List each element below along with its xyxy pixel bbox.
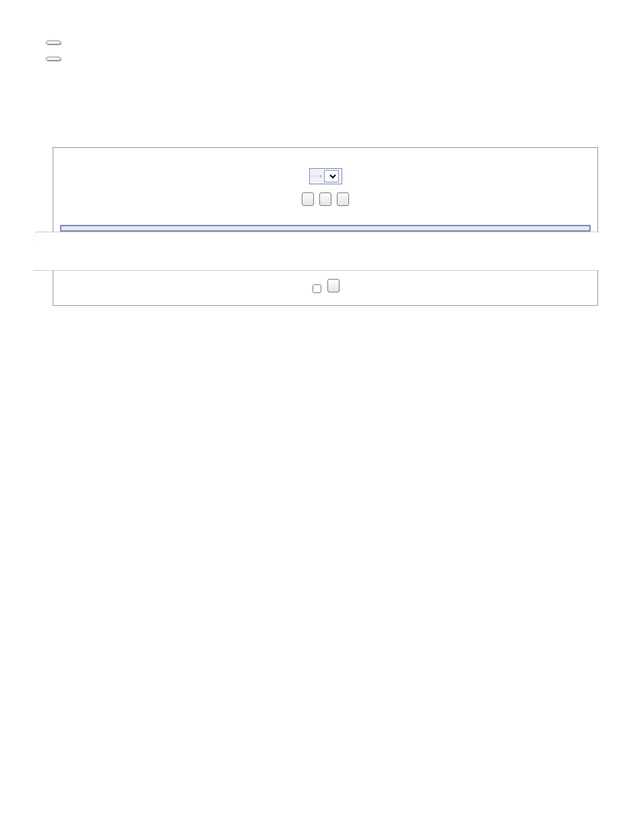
clear-description-row	[46, 57, 598, 61]
port-label	[310, 175, 321, 178]
clear-button[interactable]	[46, 57, 61, 61]
port-box	[309, 168, 342, 184]
refresh-row	[60, 279, 591, 294]
grid-title	[61, 226, 589, 231]
reset-description-row	[46, 41, 598, 45]
start-button[interactable]	[319, 192, 331, 206]
auto-refresh-checkbox[interactable]	[313, 284, 321, 293]
refresh-button[interactable]	[327, 279, 340, 292]
port-selector-row	[60, 168, 591, 184]
action-button-row	[60, 192, 591, 207]
screenshot-frame	[53, 147, 598, 306]
page-tear-gap	[33, 232, 599, 271]
port-select[interactable]	[324, 170, 339, 182]
print-button[interactable]	[337, 192, 349, 206]
download-button[interactable]	[302, 192, 314, 206]
reset-button[interactable]	[46, 41, 61, 45]
